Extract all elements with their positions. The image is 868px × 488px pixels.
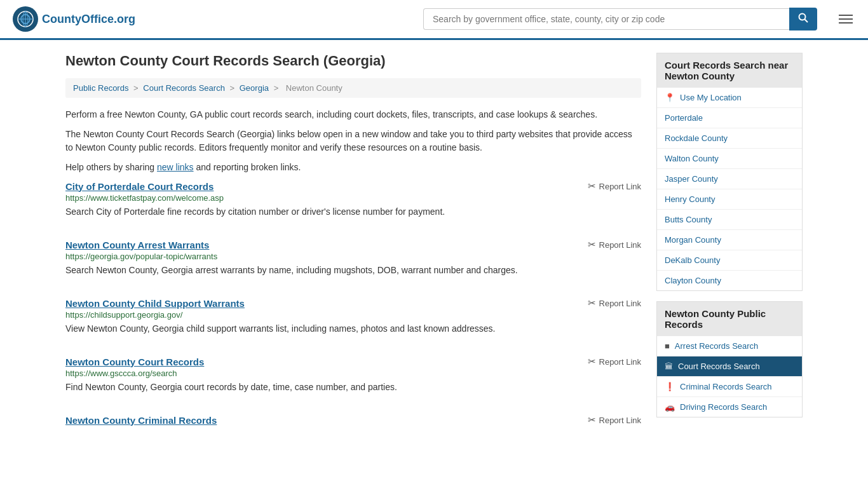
result-item: Newton County Criminal Records ✂ Report …	[65, 414, 641, 430]
page-container: Newton County Court Records Search (Geor…	[53, 40, 815, 460]
breadcrumb-sep-3: >	[274, 83, 281, 93]
public-records-links-container: ■Arrest Records Search🏛Court Records Sea…	[657, 336, 802, 417]
breadcrumb: Public Records > Court Records Search > …	[65, 78, 641, 98]
result-item: Newton County Child Support Warrants ✂ R…	[65, 297, 641, 338]
report-link-btn[interactable]: ✂ Report Link	[588, 356, 641, 367]
report-icon: ✂	[588, 414, 596, 426]
result-title-row: City of Porterdale Court Records ✂ Repor…	[65, 180, 641, 192]
sidebar-nearby-item[interactable]: Henry County	[657, 189, 802, 210]
sidebar-nearby-item[interactable]: Clayton County	[657, 271, 802, 290]
search-area	[423, 8, 817, 30]
search-icon	[798, 13, 808, 23]
use-my-location[interactable]: 📍 Use My Location	[657, 88, 802, 108]
breadcrumb-sep-1: >	[133, 83, 140, 93]
sidebar-records-icon: ■	[665, 341, 670, 351]
result-title-link[interactable]: Newton County Arrest Warrants	[65, 240, 209, 250]
result-title-link[interactable]: Newton County Criminal Records	[65, 415, 217, 426]
description-3-suffix: and reporting broken links.	[194, 162, 301, 172]
result-description: Find Newton County, Georgia court record…	[65, 381, 641, 394]
svg-point-5	[799, 14, 806, 20]
sidebar-public-records-item[interactable]: 🏛Court Records Search	[657, 356, 802, 377]
result-item: Newton County Arrest Warrants ✂ Report L…	[65, 239, 641, 280]
report-link-btn[interactable]: ✂ Report Link	[588, 297, 641, 309]
result-description: Search City of Porterdale fine records b…	[65, 205, 641, 219]
public-records-section: Newton County Public Records ■Arrest Rec…	[656, 301, 803, 417]
location-icon: 📍	[665, 93, 675, 102]
report-link-btn[interactable]: ✂ Report Link	[588, 414, 641, 426]
breadcrumb-georgia[interactable]: Georgia	[240, 83, 269, 93]
sidebar-public-records-item[interactable]: 🚗Driving Records Search	[657, 397, 802, 417]
result-item: City of Porterdale Court Records ✂ Repor…	[65, 180, 641, 221]
breadcrumb-newton-county: Newton County	[286, 83, 342, 93]
breadcrumb-court-records-search[interactable]: Court Records Search	[143, 83, 225, 93]
page-title: Newton County Court Records Search (Geor…	[65, 53, 641, 69]
result-title-link[interactable]: Newton County Child Support Warrants	[65, 298, 245, 309]
menu-line-1	[839, 15, 853, 16]
report-icon: ✂	[588, 239, 596, 250]
sidebar-records-label: Criminal Records Search	[680, 382, 772, 391]
result-url: https://www.ticketfastpay.com/welcome.as…	[65, 193, 641, 203]
report-icon: ✂	[588, 180, 596, 192]
result-title-row: Newton County Arrest Warrants ✂ Report L…	[65, 239, 641, 250]
result-description: Search Newton County, Georgia arrest war…	[65, 264, 641, 277]
result-url: https://georgia.gov/popular-topic/warran…	[65, 252, 641, 261]
nearby-section-header: Court Records Search near Newton County	[657, 53, 802, 88]
sidebar-records-label: Court Records Search	[678, 362, 760, 371]
svg-line-6	[805, 20, 808, 23]
result-title-link[interactable]: Newton County Court Records	[65, 356, 204, 367]
site-header: CountyOffice.org	[0, 0, 868, 40]
logo-county: CountyOffice	[42, 13, 114, 25]
report-link-btn[interactable]: ✂ Report Link	[588, 239, 641, 250]
result-item: Newton County Court Records ✂ Report Lin…	[65, 356, 641, 396]
nearby-section: Court Records Search near Newton County …	[656, 53, 803, 291]
results-container: City of Porterdale Court Records ✂ Repor…	[65, 180, 641, 430]
site-logo[interactable]: CountyOffice.org	[13, 6, 135, 32]
search-input[interactable]	[423, 8, 789, 30]
description-3-prefix: Help others by sharing	[65, 162, 157, 172]
result-title-row: Newton County Criminal Records ✂ Report …	[65, 414, 641, 426]
result-description: View Newton County, Georgia child suppor…	[65, 322, 641, 336]
sidebar-nearby-item[interactable]: Jasper County	[657, 169, 802, 189]
sidebar-nearby-item[interactable]: Morgan County	[657, 230, 802, 250]
nearby-links-container: PorterdaleRockdale CountyWalton CountyJa…	[657, 108, 802, 290]
new-links-link[interactable]: new links	[157, 162, 194, 172]
sidebar-public-records-item[interactable]: ❗Criminal Records Search	[657, 377, 802, 397]
description-2: The Newton County Court Records Search (…	[65, 128, 641, 154]
sidebar-records-label: Arrest Records Search	[675, 341, 759, 351]
sidebar-nearby-item[interactable]: Rockdale County	[657, 128, 802, 149]
breadcrumb-public-records[interactable]: Public Records	[73, 83, 128, 93]
public-records-section-header: Newton County Public Records	[657, 302, 802, 336]
result-title-row: Newton County Child Support Warrants ✂ R…	[65, 297, 641, 309]
menu-line-2	[839, 18, 853, 20]
menu-button[interactable]	[836, 12, 855, 26]
sidebar-records-icon: 🚗	[665, 402, 675, 412]
menu-line-3	[839, 22, 853, 24]
use-my-location-label: Use My Location	[680, 93, 742, 102]
report-icon: ✂	[588, 356, 596, 367]
result-url: https://www.gsccca.org/search	[65, 369, 641, 378]
sidebar-records-icon: ❗	[665, 382, 675, 391]
sidebar-nearby-item[interactable]: DeKalb County	[657, 250, 802, 271]
result-title-row: Newton County Court Records ✂ Report Lin…	[65, 356, 641, 367]
sidebar-records-icon: 🏛	[665, 362, 673, 371]
report-link-btn[interactable]: ✂ Report Link	[588, 180, 641, 192]
sidebar: Court Records Search near Newton County …	[656, 53, 803, 447]
logo-ext: .org	[114, 13, 135, 25]
search-button[interactable]	[789, 8, 817, 30]
result-url: https://childsupport.georgia.gov/	[65, 310, 641, 320]
sidebar-nearby-item[interactable]: Porterdale	[657, 108, 802, 128]
logo-text: CountyOffice.org	[42, 13, 135, 26]
sidebar-records-label: Driving Records Search	[680, 402, 767, 412]
breadcrumb-sep-2: >	[230, 83, 237, 93]
description-3: Help others by sharing new links and rep…	[65, 161, 641, 174]
report-icon: ✂	[588, 297, 596, 309]
sidebar-nearby-item[interactable]: Walton County	[657, 149, 802, 169]
sidebar-nearby-item[interactable]: Butts County	[657, 210, 802, 230]
result-title-link[interactable]: City of Porterdale Court Records	[65, 181, 214, 192]
description-1: Perform a free Newton County, GA public …	[65, 108, 641, 121]
sidebar-public-records-item[interactable]: ■Arrest Records Search	[657, 336, 802, 356]
logo-icon	[13, 6, 38, 32]
main-content: Newton County Court Records Search (Geor…	[65, 53, 641, 447]
